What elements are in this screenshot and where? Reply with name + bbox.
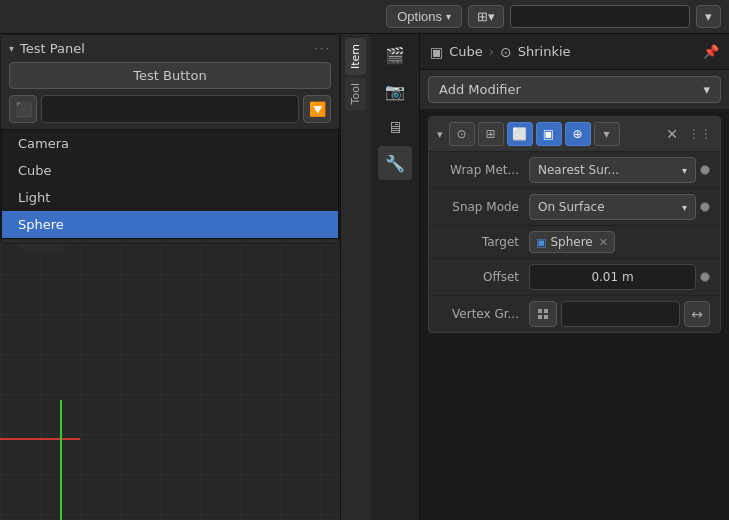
- vertex-group-row: Vertex Gr... ↔: [429, 296, 720, 332]
- mode-button[interactable]: ⊞▾: [468, 5, 504, 28]
- search-input[interactable]: [510, 5, 690, 28]
- target-value: Sphere: [550, 235, 592, 249]
- wrap-method-value: Nearest Sur...: [538, 163, 619, 177]
- wrap-method-row: Wrap Met... Nearest Sur... ▾: [429, 152, 720, 189]
- add-modifier-button[interactable]: Add Modifier ▾: [428, 76, 721, 103]
- offset-input[interactable]: 0.01 m: [529, 264, 696, 290]
- breadcrumb-modifier-name[interactable]: Shrinkie: [518, 44, 571, 59]
- object-search-input[interactable]: [41, 95, 299, 123]
- snap-mode-label: Snap Mode: [439, 200, 529, 214]
- pin-button[interactable]: 📌: [703, 44, 719, 59]
- svg-rect-0: [538, 309, 542, 313]
- vertex-group-icon-button[interactable]: [529, 301, 557, 327]
- properties-scene-icon[interactable]: 🎬: [378, 38, 412, 72]
- vertical-tabs: Item Tool: [340, 34, 370, 520]
- camera-vis-icon[interactable]: ⊕: [565, 122, 591, 146]
- extra-menu-button[interactable]: ▾: [696, 5, 721, 28]
- modifier-drag-handle[interactable]: ⋮⋮: [688, 127, 712, 141]
- mode-icon: ⊞▾: [477, 9, 495, 24]
- test-panel: ▾ Test Panel ··· Test Button ⬛ 🔽 Camera …: [0, 34, 340, 244]
- target-control: ▣ Sphere ✕: [529, 231, 710, 253]
- breadcrumb-bar: ▣ Cube › ⊙ Shrinkie 📌: [420, 34, 729, 70]
- object-dropdown-list: Camera Cube Light Sphere: [1, 129, 339, 239]
- panel-dots: ···: [315, 42, 332, 55]
- svg-rect-2: [538, 315, 542, 319]
- search-row: ⬛ 🔽: [9, 95, 331, 123]
- vertex-group-control: ↔: [529, 301, 710, 327]
- target-tag[interactable]: ▣ Sphere ✕: [529, 231, 615, 253]
- vertex-icon[interactable]: ⊞: [478, 122, 504, 146]
- chevron-down-icon: ▾: [705, 9, 712, 24]
- offset-label: Offset: [439, 270, 529, 284]
- dropdown-item-sphere[interactable]: Sphere: [2, 211, 338, 238]
- properties-column: ▣ Cube › ⊙ Shrinkie 📌 Add Modifier ▾ ▾ ⊙…: [420, 34, 729, 520]
- properties-output-icon[interactable]: 🖥: [378, 110, 412, 144]
- wrap-method-chevron: ▾: [682, 165, 687, 176]
- tab-tool[interactable]: Tool: [345, 77, 366, 110]
- snap-mode-value: On Surface: [538, 200, 605, 214]
- wrap-method-select[interactable]: Nearest Sur... ▾: [529, 157, 696, 183]
- test-button[interactable]: Test Button: [9, 62, 331, 89]
- options-chevron: ▾: [446, 11, 451, 22]
- eyedropper-button[interactable]: 🔽: [303, 95, 331, 123]
- snap-mode-chevron: ▾: [682, 202, 687, 213]
- vertex-group-label: Vertex Gr...: [439, 307, 529, 321]
- axis-y: [60, 400, 62, 520]
- snap-mode-control: On Surface ▾: [529, 194, 710, 220]
- offset-row: Offset 0.01 m: [429, 259, 720, 296]
- modifier-icons: ⊙ ⊞ ⬜ ▣ ⊕ ▾: [449, 122, 661, 146]
- search-wrap: 🔍: [510, 5, 690, 28]
- breadcrumb-separator: ›: [489, 44, 494, 59]
- options-label: Options: [397, 9, 442, 24]
- vertex-group-arrow-button[interactable]: ↔: [684, 301, 710, 327]
- properties-render-icon[interactable]: 📷: [378, 74, 412, 108]
- breadcrumb-object-name[interactable]: Cube: [449, 44, 483, 59]
- add-modifier-row: Add Modifier ▾: [420, 70, 729, 110]
- vertex-group-text-input[interactable]: [561, 301, 680, 327]
- modifier-collapse-button[interactable]: ▾: [437, 128, 443, 141]
- snap-mode-keyframe-dot[interactable]: [700, 202, 710, 212]
- right-nav: 🎬 📷 🖥 🔧: [370, 34, 420, 520]
- panel-collapse-icon: ▾: [9, 43, 14, 54]
- snap-mode-select[interactable]: On Surface ▾: [529, 194, 696, 220]
- snap-mode-row: Snap Mode On Surface ▾: [429, 189, 720, 226]
- modifier-panel-header: ▾ ⊙ ⊞ ⬜ ▣ ⊕ ▾ ✕ ⋮⋮: [429, 117, 720, 152]
- dropdown-item-light[interactable]: Light: [2, 184, 338, 211]
- modifier-breadcrumb-icon: ⊙: [500, 44, 512, 60]
- offset-keyframe-dot[interactable]: [700, 272, 710, 282]
- vertex-group-input-area: ↔: [529, 301, 710, 327]
- target-remove-button[interactable]: ✕: [599, 236, 608, 249]
- axis-x: [0, 438, 80, 440]
- more-options-icon[interactable]: ▾: [594, 122, 620, 146]
- target-label: Target: [439, 235, 529, 249]
- wrap-method-control: Nearest Sur... ▾: [529, 157, 710, 183]
- svg-rect-3: [544, 315, 548, 319]
- offset-control: 0.01 m: [529, 264, 710, 290]
- options-button[interactable]: Options ▾: [386, 5, 462, 28]
- box-select-icon[interactable]: ⬜: [507, 122, 533, 146]
- dropdown-item-camera[interactable]: Camera: [2, 130, 338, 157]
- object-icon: ▣: [430, 44, 443, 60]
- wrap-mode-icon[interactable]: ⊙: [449, 122, 475, 146]
- add-modifier-label: Add Modifier: [439, 82, 521, 97]
- svg-rect-1: [544, 309, 548, 313]
- wrap-method-keyframe-dot[interactable]: [700, 165, 710, 175]
- object-type-icon[interactable]: ⬛: [9, 95, 37, 123]
- target-object-icon: ▣: [536, 236, 546, 249]
- modifier-panel: ▾ ⊙ ⊞ ⬜ ▣ ⊕ ▾ ✕ ⋮⋮ Wrap Met... Nearest S…: [428, 116, 721, 333]
- target-row: Target ▣ Sphere ✕: [429, 226, 720, 259]
- top-bar: Options ▾ ⊞▾ 🔍 ▾: [0, 0, 729, 34]
- panel-header[interactable]: ▾ Test Panel ···: [1, 35, 339, 62]
- modifier-close-button[interactable]: ✕: [666, 126, 678, 142]
- dropdown-item-cube[interactable]: Cube: [2, 157, 338, 184]
- render-vis-icon[interactable]: ▣: [536, 122, 562, 146]
- panel-title: Test Panel: [20, 41, 308, 56]
- tab-item[interactable]: Item: [345, 38, 366, 75]
- add-modifier-chevron: ▾: [703, 82, 710, 97]
- wrap-method-label: Wrap Met...: [439, 163, 529, 177]
- properties-modifier-icon[interactable]: 🔧: [378, 146, 412, 180]
